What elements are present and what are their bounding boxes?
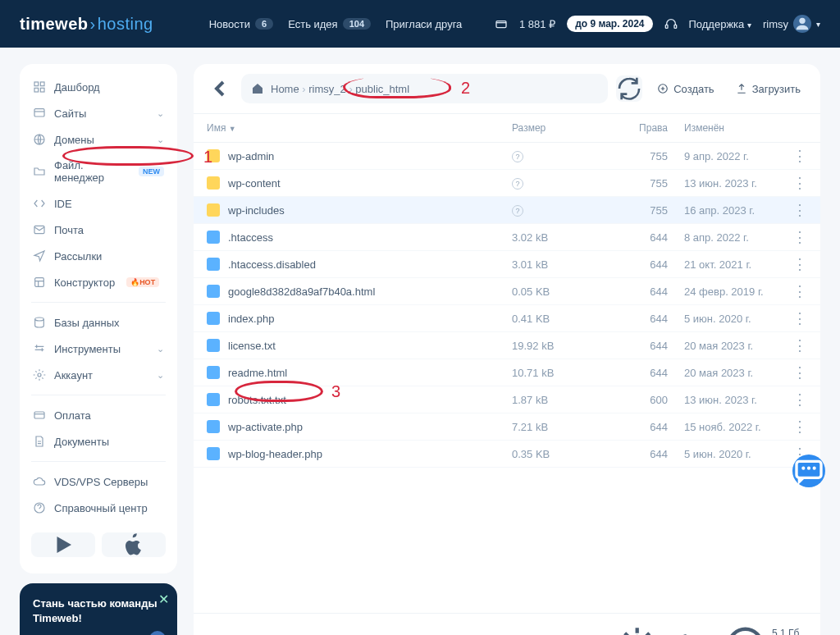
sidebar-item-help[interactable]: Справочный центр <box>20 495 177 521</box>
row-menu-button[interactable]: ⋮ <box>783 395 807 404</box>
header-nav-item[interactable]: Есть идея104 <box>288 18 371 30</box>
sidebar-item-gear[interactable]: Аккаунт⌄ <box>20 362 177 388</box>
file-perm: 644 <box>594 340 668 352</box>
logo-text-2: hosting <box>98 15 153 34</box>
row-menu-button[interactable]: ⋮ <box>783 368 807 377</box>
sidebar-item-send[interactable]: Рассылки <box>20 243 177 269</box>
row-menu-button[interactable]: ⋮ <box>783 260 807 268</box>
file-date: 9 апр. 2022 г. <box>668 150 783 162</box>
file-icon <box>207 285 220 298</box>
row-menu-button[interactable]: ⋮ <box>783 152 807 160</box>
header-nav-item[interactable]: Новости6 <box>209 18 273 30</box>
svg-point-16 <box>149 631 166 635</box>
sidebar-item-db[interactable]: Базы данных <box>20 309 177 336</box>
sidebar-item-label: Оплата <box>54 409 91 422</box>
file-perm: 755 <box>594 177 668 190</box>
nav-group-2: Базы данныхИнструменты⌄Аккаунт⌄ <box>20 309 177 388</box>
table-row[interactable]: robots.txt.txt 1.87 kB 600 13 июн. 2023 … <box>194 386 820 413</box>
upload-button[interactable]: Загрузить <box>729 78 807 100</box>
folder-icon <box>207 149 220 162</box>
file-date: 21 окт. 2021 г. <box>668 258 783 271</box>
row-menu-button[interactable]: ⋮ <box>783 341 807 349</box>
file-date: 15 нояб. 2022 г. <box>668 421 783 433</box>
chat-fab[interactable] <box>792 455 825 487</box>
apple-button[interactable] <box>102 532 166 557</box>
table-row[interactable]: .htaccess 3.02 kB 644 8 апр. 2022 г. ⋮ <box>194 224 820 251</box>
close-icon[interactable]: ✕ <box>158 592 169 607</box>
row-menu-button[interactable]: ⋮ <box>783 314 807 322</box>
balance: 1 881 ₽ <box>519 18 555 30</box>
logo-chevron-icon: › <box>90 15 96 34</box>
file-name: index.php <box>228 313 274 325</box>
table-row[interactable]: wp-blog-header.php 0.35 KB 644 5 июн. 20… <box>194 441 820 468</box>
promo-card: ✕ Стань частью команды Timeweb! Присоеди… <box>20 583 177 635</box>
app-header: timeweb › hosting Новости6Есть идея104Пр… <box>0 0 840 48</box>
sidebar-item-label: Инструменты <box>54 343 121 355</box>
sidebar-item-code[interactable]: IDE <box>20 190 177 217</box>
table-row[interactable]: wp-admin ? 755 9 апр. 2022 г. ⋮ <box>194 143 820 170</box>
user-menu[interactable]: rimsy ▾ <box>763 15 820 33</box>
svg-rect-8 <box>34 109 44 116</box>
row-menu-button[interactable]: ⋮ <box>783 287 807 295</box>
back-button[interactable] <box>207 75 233 102</box>
sidebar-item-dashboard[interactable]: Дашборд <box>20 74 177 100</box>
sidebar-item-sites[interactable]: Сайты⌄ <box>20 100 177 126</box>
table-row[interactable]: wp-activate.php 7.21 kB 644 15 нояб. 202… <box>194 413 820 441</box>
report-bug-link[interactable]: Сообщить о баге <box>616 624 710 635</box>
col-size[interactable]: Размер <box>512 122 594 134</box>
file-size: 0.41 KB <box>512 313 594 325</box>
file-name: wp-blog-header.php <box>228 448 322 460</box>
sidebar-item-globe[interactable]: Домены⌄ <box>20 126 177 153</box>
sidebar-item-card[interactable]: Оплата <box>20 402 177 428</box>
support-link[interactable]: Поддержка ▾ <box>689 18 751 30</box>
toolbar: Home › rimsy_2 › public_html Создать Заг… <box>194 64 820 114</box>
file-date: 13 июн. 2023 г. <box>668 394 783 406</box>
breadcrumb-segment[interactable]: public_html <box>355 83 409 95</box>
sidebar-item-mail[interactable]: Почта <box>20 217 177 243</box>
sidebar-item-doc[interactable]: Документы <box>20 428 177 455</box>
svg-point-21 <box>728 628 761 635</box>
row-menu-button[interactable]: ⋮ <box>783 233 807 241</box>
table-row[interactable]: readme.html 10.71 kB 644 20 мая 2023 г. … <box>194 359 820 386</box>
refresh-button[interactable] <box>616 75 642 102</box>
row-menu-button[interactable]: ⋮ <box>783 179 807 187</box>
logo[interactable]: timeweb › hosting <box>20 15 153 34</box>
breadcrumb-segment[interactable]: Home <box>271 83 299 95</box>
row-menu-button[interactable]: ⋮ <box>783 206 807 214</box>
sidebar-item-label: Почта <box>54 224 84 236</box>
row-menu-button[interactable]: ⋮ <box>783 423 807 431</box>
chevron-right-icon: › <box>346 83 356 95</box>
table-row[interactable]: wp-includes ? 755 16 апр. 2023 г. ⋮ <box>194 197 820 224</box>
table-body: wp-admin ? 755 9 апр. 2022 г. ⋮ wp-conte… <box>194 143 820 613</box>
file-name: .htaccess.disabled <box>228 258 316 271</box>
file-perm: 644 <box>594 367 668 379</box>
col-perm[interactable]: Права <box>594 122 668 134</box>
create-button[interactable]: Создать <box>651 78 720 100</box>
size-unknown-icon: ? <box>512 205 523 217</box>
header-nav-item[interactable]: Пригласи друга <box>386 18 462 30</box>
svg-rect-0 <box>496 21 506 28</box>
table-row[interactable]: google8d382d8a9af7b40a.html 0.05 KB 644 … <box>194 278 820 305</box>
svg-rect-6 <box>34 88 39 92</box>
sidebar-item-builder[interactable]: Конструктор🔥HOT <box>20 269 177 295</box>
breadcrumb-segment[interactable]: rimsy_2 <box>308 83 346 95</box>
home-icon[interactable] <box>251 82 264 95</box>
sidebar-item-label: Сайты <box>54 107 86 120</box>
table-row[interactable]: .htaccess.disabled 3.01 kB 644 21 окт. 2… <box>194 251 820 278</box>
col-name[interactable]: Имя ▼ <box>207 122 512 134</box>
sidebar-item-folder[interactable]: Файл. менеджерNEW <box>20 153 177 190</box>
sidebar-item-cloud[interactable]: VDS/VPS Серверы <box>20 468 177 495</box>
sidebar-item-label: Аккаунт <box>54 369 93 381</box>
chevron-right-icon: › <box>299 83 309 95</box>
sidebar-item-tools[interactable]: Инструменты⌄ <box>20 336 177 362</box>
play-button[interactable] <box>31 532 95 557</box>
file-perm: 755 <box>594 204 668 217</box>
promo-title: Стань частью команды Timeweb! <box>33 596 164 625</box>
file-name: wp-content <box>228 177 281 190</box>
file-date: 20 мая 2023 г. <box>668 340 783 352</box>
table-row[interactable]: index.php 0.41 KB 644 5 июн. 2020 г. ⋮ <box>194 305 820 332</box>
logo-text-1: timeweb <box>20 15 89 34</box>
col-date[interactable]: Изменён <box>668 122 783 134</box>
table-row[interactable]: wp-content ? 755 13 июн. 2023 г. ⋮ <box>194 170 820 197</box>
table-row[interactable]: license.txt 19.92 kB 644 20 мая 2023 г. … <box>194 332 820 359</box>
